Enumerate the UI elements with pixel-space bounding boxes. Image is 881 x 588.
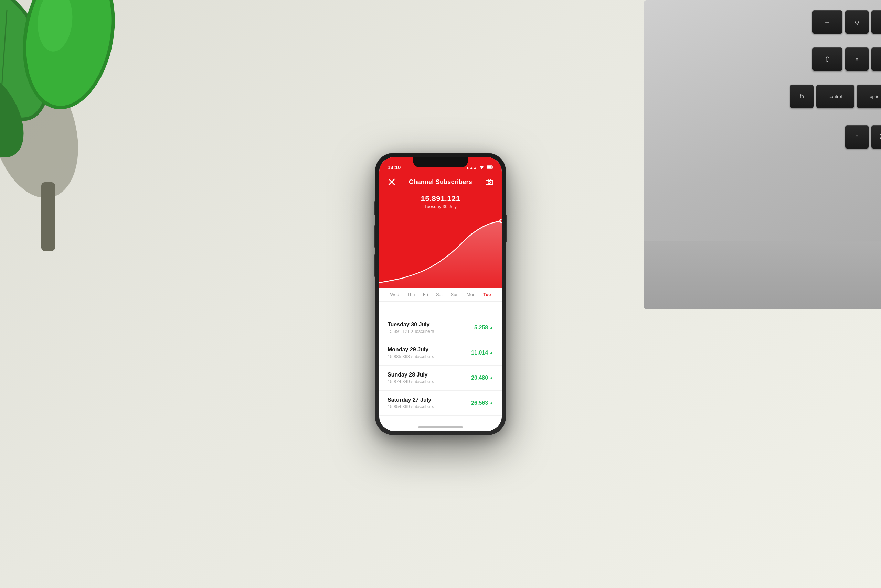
key-control: control <box>816 85 854 108</box>
key-q: Q <box>845 10 869 34</box>
svg-rect-11 <box>493 167 493 168</box>
list-item-change: 20.480 ▲ <box>471 375 493 381</box>
battery-icon <box>487 165 493 170</box>
wifi-icon <box>479 165 484 170</box>
list-item: Saturday 27 July 15.854.369 subscribers … <box>379 391 502 416</box>
list-item-subs: 15.854.369 subscribers <box>388 404 471 409</box>
chart-stats: 15.891.121 Tuesday 30 July <box>379 192 502 209</box>
svg-point-15 <box>488 181 490 184</box>
phone-screen: 13:10 ▲▲▲ Channel Subscribers <box>379 157 502 431</box>
key-up: ↑ <box>845 125 869 148</box>
list-item: Sunday 28 July 15.874.849 subscribers 20… <box>379 366 502 391</box>
key-w: W <box>871 10 881 34</box>
list-item-day: Saturday 27 July <box>388 397 471 403</box>
key-shift: ⇧ <box>812 48 842 71</box>
day-mon: Mon <box>467 292 475 297</box>
phone-body: 13:10 ▲▲▲ Channel Subscribers <box>375 153 506 435</box>
arrow-up-icon: ▲ <box>489 375 493 380</box>
day-sat: Sat <box>436 292 443 297</box>
phone-mute-button <box>374 201 376 215</box>
arrow-up-icon: ▲ <box>489 325 493 330</box>
arrow-up-icon: ▲ <box>489 400 493 405</box>
svg-rect-14 <box>486 180 493 184</box>
status-icons: ▲▲▲ <box>466 165 493 170</box>
phone-device: 13:10 ▲▲▲ Channel Subscribers <box>375 153 506 435</box>
chart-value: 15.891.121 <box>379 194 502 203</box>
list-item: Tuesday 30 July 15.891.121 subscribers 5… <box>379 315 502 340</box>
phone-notch <box>413 157 468 168</box>
key-a: A <box>845 48 869 71</box>
list-item: Monday 29 July 15.885.863 subscribers 11… <box>379 340 502 366</box>
day-sun: Sun <box>451 292 459 297</box>
close-button[interactable] <box>386 176 397 188</box>
day-wed: Wed <box>390 292 400 297</box>
app-header: Channel Subscribers <box>379 172 502 192</box>
list-item-info: Saturday 27 July 15.854.369 subscribers <box>388 397 471 409</box>
key-backslash: ⌘ <box>871 125 881 148</box>
keyboard: → Q W ⇧ A S fn control opt <box>643 0 881 309</box>
phone-volume-up <box>374 225 376 248</box>
key-tab: → <box>812 10 842 34</box>
list-item-day: Sunday 28 July <box>388 372 471 378</box>
chart-date: Tuesday 30 July <box>379 204 502 209</box>
key-s: S <box>871 48 881 71</box>
keyboard-trackpad <box>643 241 881 309</box>
list-item-info: Tuesday 30 July 15.891.121 subscribers <box>388 321 474 334</box>
svg-rect-10 <box>487 166 492 168</box>
list-item-change: 26.563 ▲ <box>471 400 493 406</box>
key-option: option <box>857 85 881 108</box>
status-time: 13:10 <box>388 164 401 170</box>
list-item-day: Tuesday 30 July <box>388 321 474 328</box>
phone-volume-down <box>374 255 376 277</box>
chart-area: 15.891.121 Tuesday 30 July <box>379 192 502 302</box>
key-fn: fn <box>790 85 813 108</box>
header-title: Channel Subscribers <box>409 178 472 186</box>
svg-rect-8 <box>41 182 55 251</box>
signal-icon: ▲▲▲ <box>466 166 477 170</box>
day-labels: Wed Thu Fri Sat Sun Mon Tue <box>379 288 502 302</box>
list-item-change: 5.258 ▲ <box>474 325 493 331</box>
list-item-change: 11.014 ▲ <box>471 350 493 356</box>
day-thu: Thu <box>407 292 415 297</box>
day-fri: Fri <box>423 292 428 297</box>
list-item-info: Sunday 28 July 15.874.849 subscribers <box>388 372 471 384</box>
list-item-day: Monday 29 July <box>388 346 471 353</box>
list-item-subs: 15.874.849 subscribers <box>388 379 471 384</box>
home-indicator <box>418 426 463 428</box>
list-item-info: Monday 29 July 15.885.863 subscribers <box>388 346 471 359</box>
list-item-subs: 15.885.863 subscribers <box>388 354 471 359</box>
list-item-subs: 15.891.121 subscribers <box>388 329 474 334</box>
arrow-up-icon: ▲ <box>489 350 493 355</box>
camera-button[interactable] <box>484 176 495 188</box>
plant-decoration <box>0 0 138 251</box>
subscribers-list[interactable]: Tuesday 30 July 15.891.121 subscribers 5… <box>379 315 502 431</box>
phone-power-button <box>505 215 507 242</box>
day-tue: Tue <box>483 292 491 297</box>
